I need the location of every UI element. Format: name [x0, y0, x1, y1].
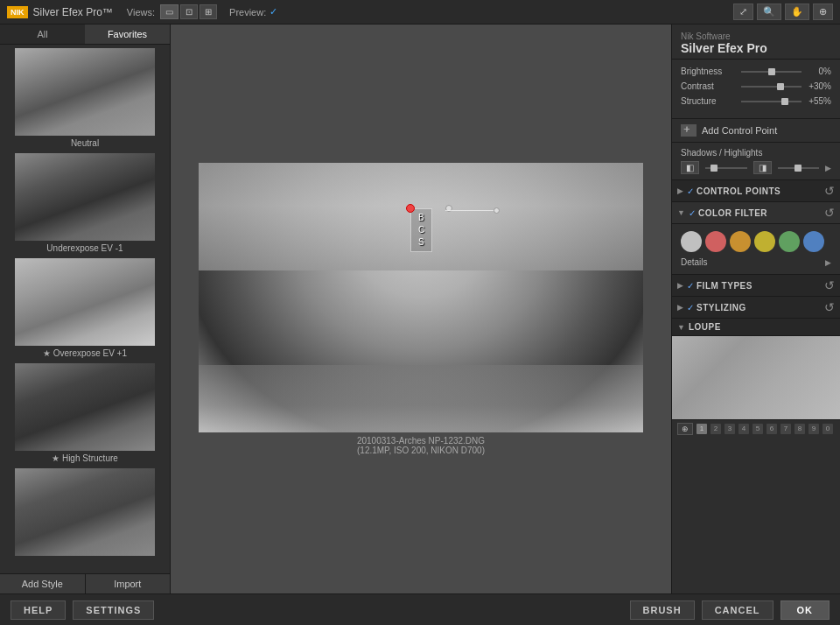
view-dual-btn[interactable]: ⊞ — [200, 4, 217, 19]
left-buttons: HELP SETTINGS — [10, 600, 154, 620]
preset-label-highstruct: High Structure — [4, 453, 166, 463]
color-filter-title: COLOR FILTER — [698, 208, 821, 218]
loupe-page-2[interactable]: 2 — [710, 424, 721, 434]
brightness-thumb[interactable] — [768, 68, 775, 75]
tab-all[interactable]: All — [0, 25, 85, 44]
loupe-header[interactable]: ▼ LOUPE — [672, 319, 840, 336]
preset-overexpose[interactable]: Overexpose EV +1 — [4, 258, 166, 358]
structure-value: +55% — [805, 96, 831, 106]
contrast-thumb[interactable] — [777, 83, 784, 90]
loupe-page-8[interactable]: 8 — [794, 424, 805, 434]
ok-button[interactable]: OK — [780, 600, 830, 620]
color-filter-reset[interactable]: ↺ — [824, 206, 835, 220]
swatch-orange[interactable] — [730, 231, 751, 252]
preset-label-overexpose: Overexpose EV +1 — [4, 348, 166, 358]
structure-row: Structure +55% — [681, 96, 831, 106]
loupe-page-0[interactable]: 0 — [822, 424, 833, 434]
preset-thumb-neutral — [15, 48, 155, 136]
preset-label-neutral: Neutral — [4, 138, 166, 148]
loupe-page-3[interactable]: 3 — [724, 424, 735, 434]
swatch-green[interactable] — [779, 231, 800, 252]
loupe-arrow: ▼ — [677, 323, 685, 332]
tree-image: B C S — [199, 163, 643, 432]
sh-controls: ◧ ◨ ▶ — [681, 161, 831, 174]
sh-expand-arrow[interactable]: ▶ — [825, 164, 831, 172]
film-types-title: FILM TYPES — [696, 281, 821, 291]
stylizing-header[interactable]: ▶ ✓ STYLIZING ↺ — [672, 297, 840, 319]
shadow-thumb[interactable] — [710, 165, 718, 172]
swatch-neutral[interactable] — [681, 231, 702, 252]
preset-extra[interactable] — [4, 468, 166, 556]
preset-neutral[interactable]: Neutral — [4, 48, 166, 148]
loupe-page-9[interactable]: 9 — [808, 424, 819, 434]
zoom-in-btn[interactable]: 🔍 — [757, 4, 781, 20]
nik-logo: NIK — [7, 6, 28, 18]
loupe-page-dots: 1 2 3 4 5 6 7 8 9 0 — [696, 424, 833, 434]
preset-thumb-underexpose — [15, 153, 155, 241]
highlight-slider[interactable] — [778, 167, 820, 169]
highlights-btn[interactable]: ◨ — [753, 161, 772, 174]
cancel-button[interactable]: CANCEL — [702, 600, 774, 620]
control-points-arrow: ▶ — [677, 186, 683, 195]
swatch-blue[interactable] — [803, 231, 824, 252]
tab-favorites[interactable]: Favorites — [85, 25, 170, 44]
settings-button[interactable]: SETTINGS — [73, 600, 154, 620]
loupe-page-5[interactable]: 5 — [752, 424, 763, 434]
structure-slider[interactable] — [741, 101, 802, 102]
preset-thumb-overexpose — [15, 258, 155, 346]
structure-thumb[interactable] — [781, 98, 788, 105]
view-split-btn[interactable]: ⊡ — [180, 4, 198, 19]
control-point-end-handle[interactable] — [494, 207, 500, 214]
add-control-point-btn[interactable]: + Add Control Point — [672, 119, 840, 143]
stylizing-title: STYLIZING — [696, 303, 821, 312]
shadow-slider[interactable] — [705, 167, 747, 169]
hand-tool-btn[interactable]: ✋ — [785, 4, 809, 20]
loupe-page-7[interactable]: 7 — [780, 424, 791, 434]
control-point-overlay[interactable]: B C S — [410, 208, 432, 252]
view-single-btn[interactable]: ▭ — [160, 4, 178, 19]
loupe-tool-btn[interactable]: ⊕ — [813, 4, 833, 20]
shadows-highlights-label: Shadows / Highlights — [681, 148, 831, 158]
preset-highstruct[interactable]: High Structure — [4, 363, 166, 463]
contrast-slider[interactable] — [741, 86, 802, 88]
film-types-reset[interactable]: ↺ — [824, 278, 835, 292]
control-point-line — [445, 210, 494, 211]
control-points-reset[interactable]: ↺ — [824, 184, 835, 198]
film-types-arrow: ▶ — [677, 281, 683, 290]
loupe-page-1[interactable]: 1 — [696, 424, 707, 434]
brightness-row: Brightness 0% — [681, 67, 831, 76]
shadows-btn[interactable]: ◧ — [681, 161, 699, 174]
brightness-slider[interactable] — [741, 71, 802, 73]
swatch-red[interactable] — [705, 231, 726, 252]
color-filter-header[interactable]: ▼ ✓ COLOR FILTER ↺ — [672, 202, 840, 224]
structure-label-r: Structure — [681, 96, 738, 106]
loupe-page-6[interactable]: 6 — [766, 424, 777, 434]
control-points-check: ✓ — [687, 186, 694, 196]
left-bottom-bar: Add Style Import — [0, 573, 170, 593]
control-point-labels: B C S — [418, 212, 424, 249]
brush-button[interactable]: BRUSH — [630, 600, 695, 620]
control-point-box[interactable]: B C S — [410, 208, 432, 252]
loupe-zoom-btn[interactable]: ⊕ — [677, 423, 693, 435]
ground-overlay — [199, 365, 643, 432]
brightness-value: 0% — [805, 67, 831, 76]
highlight-thumb[interactable] — [794, 165, 802, 172]
app-title: Silver Efex Pro™ — [33, 6, 113, 18]
import-button[interactable]: Import — [86, 574, 171, 593]
loupe-title: LOUPE — [689, 322, 721, 332]
preset-underexpose[interactable]: Underexpose EV -1 — [4, 153, 166, 253]
zoom-fit-btn[interactable]: ⤢ — [733, 4, 753, 20]
control-point-delete[interactable] — [406, 204, 415, 213]
preset-tabs: All Favorites — [0, 25, 170, 45]
help-button[interactable]: HELP — [10, 600, 66, 620]
color-swatches — [681, 231, 831, 252]
swatch-yellow[interactable] — [754, 231, 775, 252]
add-style-button[interactable]: Add Style — [0, 574, 86, 593]
bottombar: HELP SETTINGS BRUSH CANCEL OK — [0, 593, 840, 625]
film-types-header[interactable]: ▶ ✓ FILM TYPES ↺ — [672, 275, 840, 297]
shadows-highlights-section: Shadows / Highlights ◧ ◨ ▶ — [672, 143, 840, 180]
details-row[interactable]: Details ▶ — [681, 257, 831, 267]
stylizing-reset[interactable]: ↺ — [824, 300, 835, 314]
loupe-page-4[interactable]: 4 — [738, 424, 749, 434]
control-points-header[interactable]: ▶ ✓ CONTROL POINTS ↺ — [672, 180, 840, 202]
